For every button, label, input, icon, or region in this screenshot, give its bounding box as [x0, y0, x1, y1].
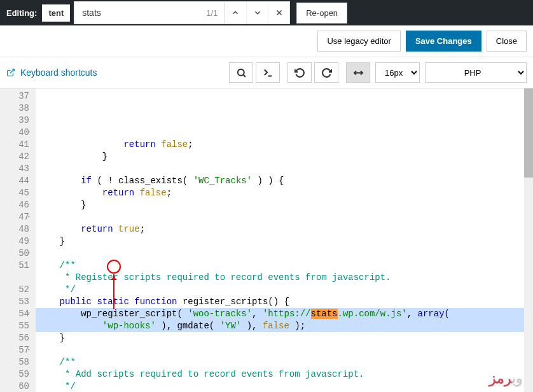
search-button[interactable] — [229, 62, 253, 83]
language-select[interactable]: PHP — [425, 62, 527, 83]
keyboard-shortcuts-label: Keyboard shortcuts — [20, 67, 97, 78]
svg-point-3 — [237, 69, 244, 75]
redo-button[interactable] — [314, 62, 338, 83]
code-area[interactable]: return false; } if ( ! class_exists( 'WC… — [36, 88, 533, 392]
undo-button[interactable] — [287, 62, 312, 83]
external-link-icon — [6, 68, 15, 77]
font-size-select[interactable]: 16px — [375, 62, 420, 83]
redo-icon — [321, 67, 332, 78]
search-next-icon[interactable] — [246, 2, 268, 24]
close-button[interactable]: Close — [487, 31, 527, 52]
legacy-editor-button[interactable]: Use legacy editor — [317, 31, 400, 52]
search-widget: 1/1 — [74, 1, 290, 24]
keyboard-shortcuts-link[interactable]: Keyboard shortcuts — [6, 67, 97, 78]
undo-icon — [294, 67, 305, 78]
terminal-button[interactable] — [256, 62, 280, 83]
terminal-icon — [263, 67, 273, 78]
line-gutter: 3738394041424344454647484950515253545556… — [0, 88, 36, 392]
filename-tab: tent — [42, 4, 70, 22]
search-input[interactable] — [82, 8, 192, 18]
wrap-button[interactable] — [346, 62, 370, 83]
search-prev-icon[interactable] — [225, 2, 246, 24]
vertical-scrollbar[interactable] — [524, 88, 533, 392]
scrollbar-thumb[interactable] — [524, 88, 533, 178]
search-icon — [236, 67, 247, 78]
editing-label: Editing: — [6, 8, 37, 18]
reopen-button[interactable]: Re-open — [296, 3, 347, 24]
wrap-icon — [353, 67, 364, 78]
annotation-circle — [107, 260, 121, 274]
search-close-icon[interactable] — [268, 2, 289, 24]
annotation-arrow — [113, 274, 114, 309]
svg-line-4 — [243, 74, 245, 76]
search-count: 1/1 — [200, 8, 224, 18]
save-button[interactable]: Save Changes — [406, 31, 481, 52]
svg-line-2 — [10, 69, 14, 73]
